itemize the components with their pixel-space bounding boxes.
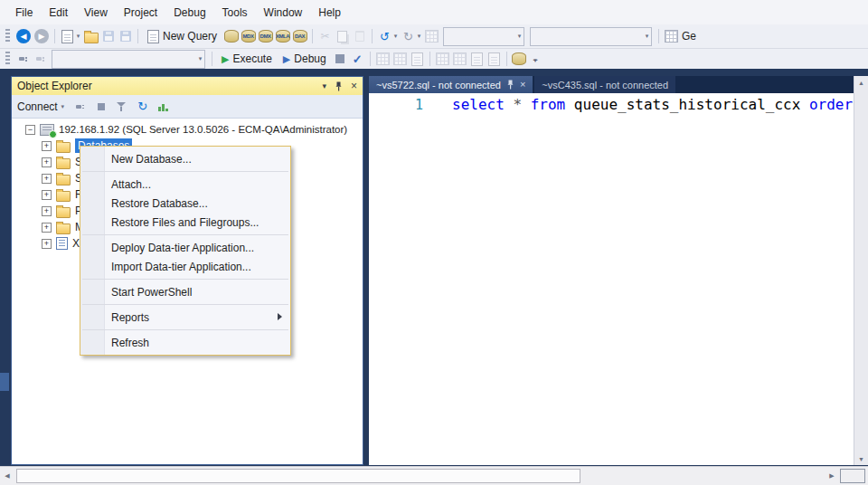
dmx-query-icon[interactable]: DMX: [257, 28, 274, 45]
copy-icon[interactable]: [334, 28, 351, 45]
close-icon[interactable]: ×: [351, 80, 357, 92]
pin-icon[interactable]: [335, 81, 343, 91]
indent-icon[interactable]: [468, 51, 486, 68]
menu-file[interactable]: File: [7, 2, 41, 24]
navigate-forward-icon[interactable]: [34, 29, 49, 43]
scroll-left-icon[interactable]: ◀: [0, 467, 14, 485]
toolbar-combobox-1[interactable]: [443, 27, 524, 46]
menu-view[interactable]: View: [76, 2, 116, 24]
editor-vertical-scrollbar[interactable]: ▲ ▼: [854, 76, 868, 465]
combobox-dropdown-icon[interactable]: [515, 28, 524, 45]
menu-item-import-data-tier[interactable]: Import Data-tier Application...: [80, 257, 290, 276]
filter-icon[interactable]: [115, 100, 129, 114]
change-connection-icon[interactable]: [32, 51, 49, 68]
menu-separator: [82, 171, 288, 172]
results-grid-icon[interactable]: [374, 51, 392, 68]
menu-item-refresh[interactable]: Refresh: [80, 333, 290, 352]
results-text-icon[interactable]: [392, 51, 409, 68]
horizontal-scrollbar-thumb[interactable]: [16, 469, 580, 483]
connect-database-icon[interactable]: [14, 51, 32, 68]
connect-dropdown-icon[interactable]: [59, 98, 67, 115]
expand-icon[interactable]: [42, 157, 52, 167]
refresh-icon[interactable]: [136, 100, 150, 114]
xmla-query-icon[interactable]: XMLA: [274, 28, 291, 45]
debug-button[interactable]: Debug: [278, 50, 332, 68]
comment-icon[interactable]: [434, 51, 451, 68]
standard-toolbar: New Query MDX DMX XMLA DAX Ge: [0, 24, 868, 49]
redo-icon[interactable]: [400, 28, 417, 45]
menu-tools[interactable]: Tools: [214, 2, 256, 24]
paste-icon[interactable]: [351, 28, 368, 45]
intellisense-icon[interactable]: [511, 51, 528, 68]
truncated-toolbar-label[interactable]: Ge: [682, 30, 696, 43]
activity-monitor-icon[interactable]: [156, 100, 171, 114]
execute-button[interactable]: Execute: [216, 50, 278, 68]
navigate-backward-icon[interactable]: [16, 29, 31, 43]
object-explorer-title-bar[interactable]: Object Explorer ▾ ×: [12, 77, 363, 95]
disconnect-icon[interactable]: [73, 100, 88, 114]
new-query-button[interactable]: New Query: [142, 27, 222, 45]
collapse-icon[interactable]: [25, 125, 35, 135]
new-file-icon[interactable]: [59, 28, 76, 45]
toolbar-combobox-2[interactable]: [530, 27, 652, 46]
menu-window[interactable]: Window: [256, 2, 311, 24]
tree-node-server[interactable]: 192.168.1.92 (SQL Server 13.0.5026 - ECM…: [12, 121, 363, 138]
expand-icon[interactable]: [42, 141, 52, 151]
scroll-down-icon[interactable]: ▼: [854, 452, 868, 465]
toolbar-grip[interactable]: [5, 29, 10, 43]
parse-query-icon[interactable]: [349, 51, 366, 68]
execute-play-icon: [222, 52, 229, 65]
toolbar-grip[interactable]: [5, 52, 10, 66]
menu-item-reports[interactable]: Reports: [80, 308, 290, 327]
outdent-icon[interactable]: [486, 51, 503, 68]
sql-editor[interactable]: 1 select * from queue_stats_historical_c…: [369, 93, 854, 465]
results-file-icon[interactable]: [409, 51, 426, 68]
menu-debug[interactable]: Debug: [165, 2, 213, 24]
database-combobox[interactable]: [52, 50, 205, 69]
uncomment-icon[interactable]: [451, 51, 468, 68]
menu-edit[interactable]: Edit: [41, 2, 76, 24]
close-tab-icon[interactable]: ×: [520, 80, 525, 90]
tree-node-label: X: [72, 237, 80, 250]
toolbar-separator: [54, 29, 55, 43]
menu-project[interactable]: Project: [116, 2, 165, 24]
scroll-up-icon[interactable]: ▲: [854, 76, 868, 89]
menu-item-attach[interactable]: Attach...: [80, 175, 290, 194]
stop-icon[interactable]: [94, 100, 108, 114]
script-icon[interactable]: [423, 28, 440, 45]
connect-button[interactable]: Connect: [17, 98, 67, 115]
sql-operator: *: [505, 96, 531, 113]
menu-item-start-powershell[interactable]: Start PowerShell: [80, 282, 290, 301]
combobox-dropdown-icon[interactable]: [643, 28, 651, 45]
window-position-icon[interactable]: ▾: [322, 81, 326, 90]
database-engine-query-icon[interactable]: [222, 28, 240, 45]
combobox-dropdown-icon[interactable]: [196, 51, 204, 68]
dax-query-icon[interactable]: DAX: [291, 28, 308, 45]
cut-icon[interactable]: [316, 28, 334, 45]
pin-icon[interactable]: [506, 80, 514, 90]
expand-icon[interactable]: [42, 190, 52, 200]
expand-icon[interactable]: [42, 239, 52, 249]
toolbar-overflow-icon[interactable]: [533, 55, 538, 62]
menu-item-new-database[interactable]: New Database...: [80, 149, 290, 168]
save-all-icon[interactable]: [117, 28, 134, 45]
expand-icon[interactable]: [42, 206, 52, 216]
expand-icon[interactable]: [42, 174, 52, 184]
save-icon[interactable]: [99, 28, 117, 45]
folder-icon: [56, 175, 71, 185]
scroll-right-icon[interactable]: ▶: [825, 467, 839, 485]
undo-icon[interactable]: [376, 28, 393, 45]
open-file-icon[interactable]: [82, 28, 99, 45]
menu-item-deploy-data-tier[interactable]: Deploy Data-tier Application...: [80, 238, 290, 257]
tab-vsC435[interactable]: ~vsC435.sql - not connected: [534, 76, 675, 93]
menu-help[interactable]: Help: [310, 2, 349, 24]
menu-item-restore-files[interactable]: Restore Files and Filegroups...: [80, 213, 290, 232]
menu-item-restore-database[interactable]: Restore Database...: [80, 194, 290, 213]
expand-icon[interactable]: [42, 223, 52, 233]
tab-vs5722[interactable]: ~vs5722.sql - not connected ×: [369, 76, 533, 93]
horizontal-scrollbar[interactable]: ◀ ▶: [0, 466, 868, 485]
mdx-query-icon[interactable]: MDX: [240, 28, 257, 45]
cancel-query-icon[interactable]: [332, 51, 349, 68]
connect-label: Connect: [17, 100, 58, 113]
window-layout-icon[interactable]: [663, 28, 680, 45]
